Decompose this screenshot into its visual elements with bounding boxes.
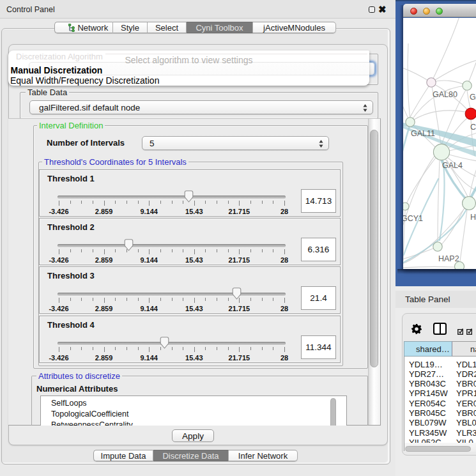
svg-text:HAP2: HAP2 [438,254,459,263]
svg-text:GAL80: GAL80 [433,90,457,99]
svg-text:GAL11: GAL11 [411,129,435,138]
svg-text:GA: GA [470,93,476,102]
svg-text:GAL4: GAL4 [442,161,463,170]
svg-text:C: C [470,123,476,132]
svg-text:H: H [470,213,476,222]
svg-text:GCY1: GCY1 [403,214,423,223]
